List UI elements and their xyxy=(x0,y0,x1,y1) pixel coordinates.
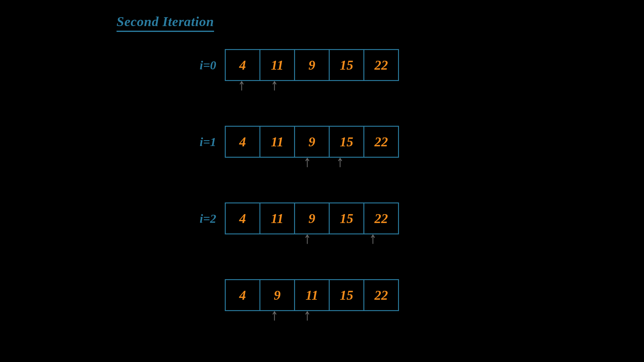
array-cell: 11 xyxy=(259,202,295,234)
arrow-up-icon xyxy=(272,81,278,91)
array-cells: 41191522 xyxy=(225,49,399,81)
array-cells: 41191522 xyxy=(225,202,399,234)
array-cells: 41191522 xyxy=(225,126,399,158)
arrow-up-icon xyxy=(337,158,343,168)
array-cell: 9 xyxy=(294,126,330,158)
array-cell: 4 xyxy=(225,202,260,234)
array-row: i=241191522 xyxy=(186,202,399,234)
arrow-up-icon xyxy=(370,234,376,244)
array-row: 49111522 xyxy=(186,279,399,311)
array-cell: 11 xyxy=(259,126,295,158)
arrow-up-icon xyxy=(239,81,245,91)
arrow-up-icon xyxy=(305,311,311,321)
array-cell: 4 xyxy=(225,279,260,311)
array-cell: 15 xyxy=(329,49,364,81)
array-cell: 4 xyxy=(225,126,260,158)
arrow-up-icon xyxy=(305,158,311,168)
array-cell: 11 xyxy=(294,279,330,311)
iteration-label: i=2 xyxy=(186,211,216,226)
array-cell: 11 xyxy=(259,49,295,81)
diagram-title: Second Iteration xyxy=(117,14,214,32)
iteration-label: i=1 xyxy=(186,135,216,149)
array-cell: 15 xyxy=(329,202,364,234)
array-cell: 9 xyxy=(259,279,295,311)
iteration-label: i=0 xyxy=(186,58,216,72)
array-cell: 15 xyxy=(329,279,364,311)
arrow-up-icon xyxy=(272,311,278,321)
array-cell: 4 xyxy=(225,49,260,81)
array-cell: 9 xyxy=(294,49,330,81)
array-row: i=041191522 xyxy=(186,49,399,81)
array-cell: 9 xyxy=(294,202,330,234)
array-cells: 49111522 xyxy=(225,279,399,311)
array-cell: 22 xyxy=(363,202,399,234)
array-cell: 15 xyxy=(329,126,364,158)
array-row: i=141191522 xyxy=(186,126,399,158)
array-cell: 22 xyxy=(363,279,399,311)
array-cell: 22 xyxy=(363,126,399,158)
arrow-up-icon xyxy=(305,234,311,244)
array-cell: 22 xyxy=(363,49,399,81)
